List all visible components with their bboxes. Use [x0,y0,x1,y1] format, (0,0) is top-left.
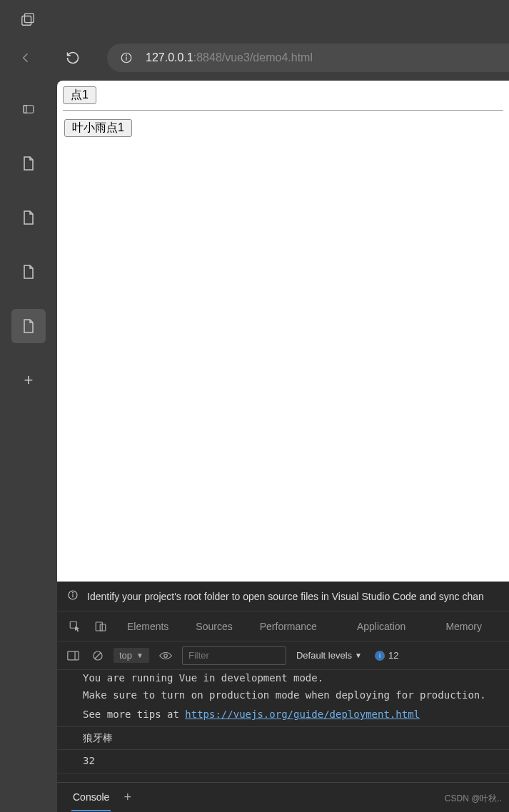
console-prompt[interactable]: ❯ [57,773,509,782]
svg-rect-6 [24,106,26,113]
svg-rect-13 [68,651,79,660]
watermark: CSDN @叶秋.. [445,793,502,805]
svg-rect-11 [96,622,102,631]
svg-point-17 [164,654,168,657]
reload-button[interactable] [66,51,80,65]
console-log-line: 狼牙棒 [57,727,509,751]
console-log-line: You are running Vue in development mode. [57,670,509,687]
back-button [19,51,33,65]
svg-rect-12 [100,624,106,631]
infobar-text: Identify your project's root folder to o… [87,591,484,602]
clear-console-icon[interactable] [89,650,106,661]
sidebar-tab-page[interactable] [11,146,46,181]
device-toolbar-icon[interactable] [91,620,110,633]
sidebar-toggle-icon[interactable] [64,651,82,661]
sidebar-tab-page-active[interactable] [11,309,46,343]
app-logo-icon [20,13,36,27]
demo-button-2[interactable]: 叶小雨点1 [64,119,132,137]
console-toolbar: top ▼ Default levels ▼ i 12 [57,641,509,670]
context-selector[interactable]: top ▼ [114,648,149,663]
svg-point-4 [126,55,127,56]
log-levels-selector[interactable]: Default levels ▼ [296,650,362,661]
vertical-tab-strip: + [0,76,57,576]
sidebar-tab-page-3[interactable] [11,255,46,289]
tab-sources[interactable]: Sources [186,621,242,632]
svg-line-16 [95,653,101,659]
issues-counter[interactable]: i 12 [375,650,398,661]
address-bar[interactable]: 127.0.0.1:8848/vue3/demo4.html [107,44,509,72]
demo-button-1[interactable]: 点1 [63,86,96,104]
inspect-element-icon[interactable] [66,620,84,633]
tab-memory[interactable]: Memory [435,621,492,632]
console-log-line: 32 [57,750,509,773]
chevron-down-icon: ▼ [136,651,143,659]
chevron-down-icon: ▼ [355,651,362,659]
sidebar-tab-workspaces[interactable] [11,92,46,126]
devtools-infobar: Identify your project's root folder to o… [57,582,509,611]
drawer-add-tab[interactable]: + [124,790,131,805]
devtools-tabs: Elements Sources Performance Application… [57,611,509,641]
sidebar-tab-page-2[interactable] [11,201,46,235]
page-viewport: 点1 叶小雨点1 [57,81,509,582]
console-log-line: Make sure to turn on production mode whe… [57,687,509,704]
tab-application[interactable]: Application [347,621,416,632]
site-info-icon[interactable] [120,51,133,64]
live-expression-icon[interactable] [156,651,175,660]
url-text: 127.0.0.1:8848/vue3/demo4.html [146,51,313,64]
console-link[interactable]: https://vuejs.org/guide/deployment.html [185,709,420,720]
tab-performance[interactable]: Performance [250,621,327,632]
divider [63,110,503,111]
issues-icon: i [375,651,385,661]
console-log-line: See more tips at https://vuejs.org/guide… [57,704,509,727]
devtools-drawer: Console + [57,782,509,812]
plus-icon: + [24,371,34,390]
svg-point-9 [73,592,74,593]
devtools-panel: Identify your project's root folder to o… [57,582,509,812]
svg-rect-0 [22,16,31,25]
tab-elements[interactable]: Elements [117,621,178,632]
svg-rect-1 [24,13,34,22]
new-tab-button[interactable]: + [11,363,46,397]
svg-rect-5 [24,106,34,113]
drawer-tab-console[interactable]: Console [71,784,111,811]
info-icon [67,589,79,603]
filter-input[interactable] [182,646,286,665]
console-output: You are running Vue in development mode.… [57,670,509,782]
